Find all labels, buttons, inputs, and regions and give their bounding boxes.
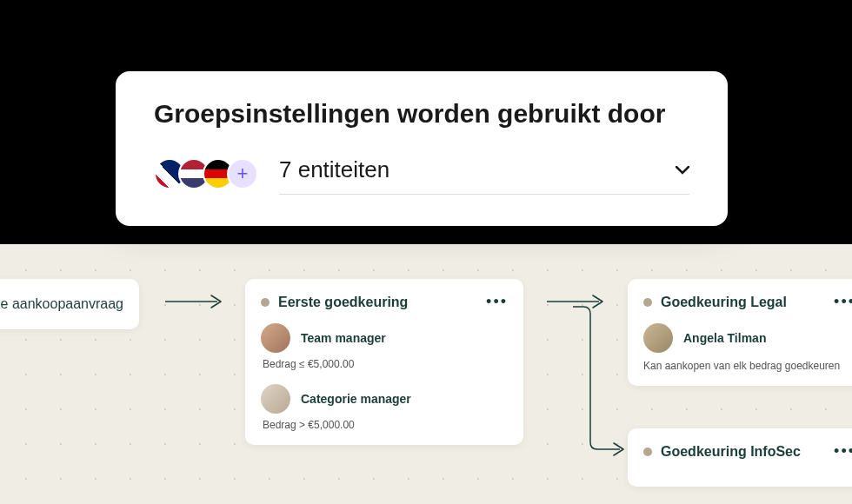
request-label: de aankoopaanvraag <box>0 296 123 312</box>
status-dot-icon <box>643 298 652 307</box>
add-entity-button[interactable]: + <box>227 158 258 189</box>
arrow-branch-icon <box>571 305 628 457</box>
avatar <box>261 384 290 414</box>
approver-name: Categorie manager <box>301 392 411 406</box>
card-title: Goedkeuring InfoSec <box>661 444 801 460</box>
card-header: Goedkeuring InfoSec ••• <box>643 442 852 461</box>
card-header-left: Goedkeuring Legal <box>643 295 787 310</box>
flag-stack: + <box>154 158 258 189</box>
entities-dropdown[interactable]: 7 entiteiten <box>279 153 689 195</box>
card-header: Goedkeuring Legal ••• <box>643 293 852 311</box>
more-options-button[interactable]: ••• <box>486 293 508 311</box>
workflow-card-first-approval[interactable]: Eerste goedkeuring ••• Team manager Bedr… <box>245 279 523 445</box>
group-settings-card: Groepsinstellingen worden gebruikt door … <box>116 71 728 226</box>
card-header: Eerste goedkeuring ••• <box>261 293 508 311</box>
approver-row: Team manager <box>261 323 508 353</box>
arrow-icon <box>163 293 226 310</box>
approver-name: Angela Tilman <box>683 331 766 345</box>
approver-row: Angela Tilman <box>643 323 852 353</box>
workflow-card-request[interactable]: de aankoopaanvraag <box>0 279 139 329</box>
avatar <box>643 323 673 353</box>
card-title: Eerste goedkeuring <box>278 295 408 310</box>
workflow-card-infosec-approval[interactable]: Goedkeuring InfoSec ••• <box>628 428 852 487</box>
condition-text: Bedrag > €5,000.00 <box>263 419 508 431</box>
status-dot-icon <box>261 298 270 307</box>
settings-title: Groepsinstellingen worden gebruikt door <box>154 99 689 129</box>
approver-name: Team manager <box>301 331 386 345</box>
entities-row: + 7 entiteiten <box>154 153 689 195</box>
workflow-card-legal-approval[interactable]: Goedkeuring Legal ••• Angela Tilman Kan … <box>628 279 852 386</box>
entities-label: 7 entiteiten <box>279 156 389 183</box>
condition-text: Bedrag ≤ €5,000.00 <box>263 358 508 370</box>
approver-row: Categorie manager <box>261 384 508 414</box>
more-options-button[interactable]: ••• <box>834 293 852 311</box>
card-title: Goedkeuring Legal <box>661 295 787 310</box>
top-section: Groepsinstellingen worden gebruikt door … <box>0 0 852 244</box>
workflow-canvas: de aankoopaanvraag Eerste goedkeuring ••… <box>0 244 852 504</box>
card-header-left: Eerste goedkeuring <box>261 295 408 310</box>
card-header-left: Goedkeuring InfoSec <box>643 444 801 460</box>
more-options-button[interactable]: ••• <box>834 442 852 461</box>
avatar <box>261 323 290 353</box>
status-dot-icon <box>643 448 652 456</box>
approval-subtitle: Kan aankopen van elk bedrag goedkeuren <box>643 360 852 372</box>
chevron-down-icon <box>676 161 689 179</box>
